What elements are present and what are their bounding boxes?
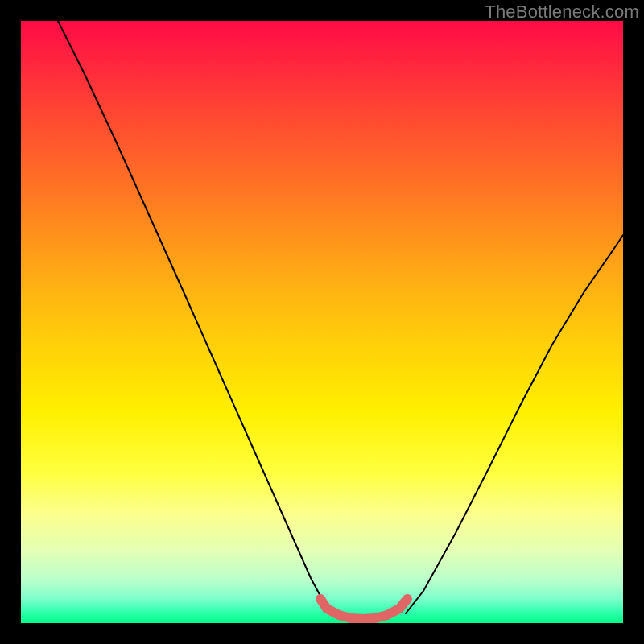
series-floor-highlight: [320, 599, 407, 619]
chart-frame: TheBottleneck.com: [0, 0, 644, 644]
series-curve-right: [406, 235, 623, 613]
chart-svg: [21, 21, 623, 623]
series-curve-left: [58, 21, 335, 613]
plot-area: [21, 21, 623, 623]
watermark-text: TheBottleneck.com: [485, 2, 639, 23]
